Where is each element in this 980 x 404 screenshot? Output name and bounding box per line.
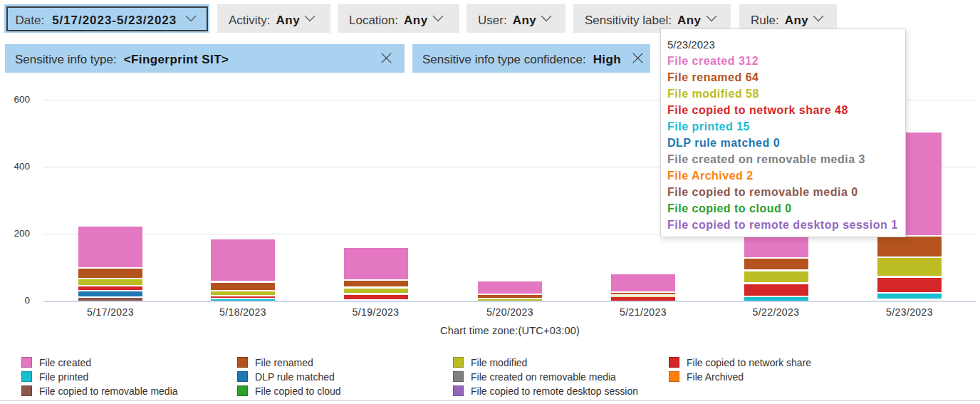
legend-swatch xyxy=(453,371,464,382)
filter-sensitivity-label-value: Any xyxy=(677,14,702,28)
y-axis-tick-label: 200 xyxy=(0,229,30,239)
bar-segment[interactable] xyxy=(877,294,942,299)
tooltip-series-row: File created on removable media 3 xyxy=(667,151,905,167)
bar-segment[interactable] xyxy=(744,271,808,283)
bar-segment[interactable] xyxy=(344,281,408,286)
legend-swatch xyxy=(21,371,32,382)
filter-user-label: User: xyxy=(478,14,507,28)
bar-segment[interactable] xyxy=(877,258,942,276)
legend-label: File Archived xyxy=(687,371,744,383)
bar-segment[interactable] xyxy=(78,227,142,267)
bar-segment[interactable] xyxy=(211,296,275,298)
bar-segment[interactable] xyxy=(478,281,542,294)
bar-segment[interactable] xyxy=(78,291,142,296)
legend-label: File modified xyxy=(471,357,527,368)
x-axis-tick-label: 5/19/2023 xyxy=(333,306,419,318)
bar-segment[interactable] xyxy=(744,259,808,269)
applied-filter-label: Sensitive info type: xyxy=(15,53,117,67)
legend-item: File copied to cloud xyxy=(237,385,444,397)
legend-item: File created xyxy=(21,357,228,368)
tooltip-date: 5/23/2023 xyxy=(667,36,905,53)
bar-segment[interactable] xyxy=(877,278,942,292)
chevron-down-icon xyxy=(185,12,197,25)
bar-segment[interactable] xyxy=(211,291,275,295)
tooltip-series-row: File Archived 2 xyxy=(667,167,905,184)
legend-label: File created on removable media xyxy=(471,371,616,383)
filter-location-value: Any xyxy=(404,14,428,28)
chevron-down-icon xyxy=(432,12,444,25)
filter-sensitivity-label-label: Sensitivity label: xyxy=(585,14,672,28)
bar-segment[interactable] xyxy=(78,269,142,278)
bar-segment[interactable] xyxy=(478,295,542,298)
legend-swatch xyxy=(237,385,248,396)
bar-segment[interactable] xyxy=(344,295,408,299)
chevron-down-icon xyxy=(541,12,552,25)
filter-rule-label: Rule: xyxy=(751,14,779,28)
tooltip-series-row: File copied to cloud 0 xyxy=(667,200,905,217)
legend-item: File copied to removable media xyxy=(21,385,228,397)
filter-activity[interactable]: Activity:Any xyxy=(217,4,330,33)
legend-item: File renamed xyxy=(237,357,444,368)
legend-swatch xyxy=(21,385,32,396)
bar-segment[interactable] xyxy=(344,289,408,294)
tooltip-series-row: File printed 15 xyxy=(667,118,905,135)
tooltip-series-row: File copied to removable media 0 xyxy=(667,184,905,200)
chart-tooltip: 5/23/2023File created 312File renamed 64… xyxy=(660,29,906,237)
x-axis-tick-label: 5/22/2023 xyxy=(734,306,819,318)
legend-swatch xyxy=(669,357,679,368)
x-axis-tick-label: 5/17/2023 xyxy=(68,306,153,318)
applied-filter-sensitive-info-type-confidence[interactable]: Sensitive info type confidence:High xyxy=(412,44,650,73)
activity-explorer-panel: Date:5/17/2023-5/23/2023Activity:AnyLoca… xyxy=(0,0,980,404)
close-icon[interactable] xyxy=(632,53,643,63)
filter-rule-value: Any xyxy=(785,14,809,28)
filter-activity-label: Activity: xyxy=(229,14,271,28)
tooltip-series-row: File copied to network share 48 xyxy=(667,102,905,118)
legend-swatch xyxy=(453,357,464,368)
chart-timezone-footnote: Chart time zone:(UTC+03:00) xyxy=(368,325,652,336)
y-axis-tick-label: 0 xyxy=(0,296,30,306)
filter-location[interactable]: Location:Any xyxy=(338,4,459,33)
bar-segment[interactable] xyxy=(611,293,675,295)
bar-segment[interactable] xyxy=(211,239,275,281)
bottom-divider xyxy=(0,400,980,401)
chevron-down-icon xyxy=(706,12,717,25)
bar-segment[interactable] xyxy=(78,279,142,284)
bar-segment[interactable] xyxy=(211,283,275,290)
filter-date-value: 5/17/2023-5/23/2023 xyxy=(52,14,177,28)
legend-label: File printed xyxy=(39,371,88,383)
bar-segment[interactable] xyxy=(744,284,808,296)
applied-filter-value: High xyxy=(593,53,621,67)
bar-segment[interactable] xyxy=(78,286,142,290)
legend-item: File copied to network share xyxy=(669,357,875,368)
tooltip-series-row: File modified 58 xyxy=(667,86,905,102)
tooltip-series-row: DLP rule matched 0 xyxy=(667,135,905,151)
bar-segment[interactable] xyxy=(344,248,408,279)
filter-user[interactable]: User:Any xyxy=(466,4,565,33)
x-axis-tick-label: 5/23/2023 xyxy=(867,306,952,318)
bar-segment[interactable] xyxy=(611,296,675,296)
bar-segment[interactable] xyxy=(611,274,675,291)
bar-segment[interactable] xyxy=(877,237,942,257)
legend-item: File Archived xyxy=(669,371,875,383)
legend-item: File created on removable media xyxy=(453,371,660,383)
x-axis-tick-label: 5/18/2023 xyxy=(200,306,286,318)
filter-date[interactable]: Date:5/17/2023-5/23/2023 xyxy=(4,4,209,33)
tooltip-series-row: File copied to remote desktop session 1 xyxy=(667,217,905,233)
close-icon[interactable] xyxy=(381,53,392,63)
legend-label: File copied to network share xyxy=(687,357,811,368)
applied-filter-value: <Fingerprint SIT> xyxy=(124,53,229,67)
x-axis-tick-label: 5/21/2023 xyxy=(600,306,686,318)
x-axis-tick-label: 5/20/2023 xyxy=(467,306,553,318)
y-axis-tick-label: 400 xyxy=(0,162,30,172)
applied-filter-sensitive-info-type[interactable]: Sensitive info type:<Fingerprint SIT> xyxy=(5,44,405,73)
legend-label: File copied to removable media xyxy=(39,385,178,397)
filter-activity-value: Any xyxy=(276,14,301,28)
legend-item: File copied to remote desktop session xyxy=(453,385,660,397)
applied-filter-label: Sensitive info type confidence: xyxy=(422,53,586,67)
legend-swatch xyxy=(237,357,248,368)
chevron-down-icon xyxy=(304,12,316,25)
x-axis-line xyxy=(43,301,976,302)
legend-swatch xyxy=(453,385,464,396)
legend-label: File copied to cloud xyxy=(255,385,341,397)
filter-date-label: Date: xyxy=(16,14,45,28)
